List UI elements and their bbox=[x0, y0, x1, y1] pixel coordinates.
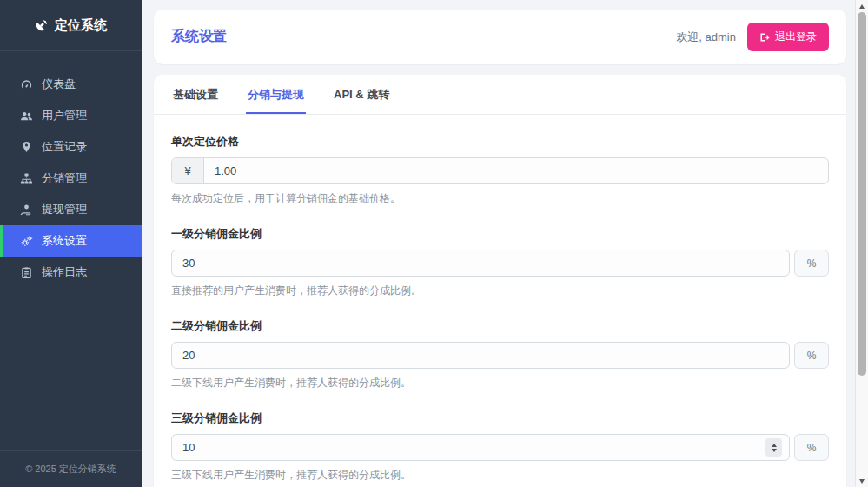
settings-card: 基础设置分销与提现API & 跳转 单次定位价格¥每次成功定位后，用于计算分销佣… bbox=[154, 75, 846, 487]
field-label: 二级分销佣金比例 bbox=[171, 318, 829, 334]
sidebar-item-3[interactable]: 分销管理 bbox=[0, 163, 142, 194]
percent-suffix: % bbox=[794, 250, 829, 277]
header-right: 欢迎, admin 退出登录 bbox=[676, 23, 829, 51]
sidebar-item-label: 位置记录 bbox=[42, 139, 87, 155]
sidebar-item-label: 操作日志 bbox=[42, 264, 87, 280]
spinner-down-icon[interactable] bbox=[772, 449, 777, 452]
input-group: ¥ bbox=[171, 157, 829, 184]
tab-0[interactable]: 基础设置 bbox=[171, 75, 220, 114]
field-input[interactable] bbox=[172, 435, 765, 460]
log-icon bbox=[19, 265, 33, 279]
sidebar-item-label: 提现管理 bbox=[42, 202, 87, 217]
input-row: % bbox=[171, 250, 829, 277]
scrollbar-up-arrow[interactable] bbox=[856, 0, 868, 12]
satellite-dish-icon bbox=[35, 19, 48, 32]
spinner-up-icon[interactable] bbox=[772, 444, 777, 447]
map-marker-icon bbox=[19, 140, 33, 154]
input-group bbox=[171, 434, 790, 461]
logout-label: 退出登录 bbox=[775, 30, 817, 44]
scrollbar-thumb[interactable] bbox=[858, 12, 866, 376]
sidebar-item-5[interactable]: 系统设置 bbox=[0, 225, 142, 257]
sidebar-item-0[interactable]: 仪表盘 bbox=[0, 69, 142, 100]
page-title: 系统设置 bbox=[171, 28, 227, 46]
field-help: 二级下线用户产生消费时，推荐人获得的分成比例。 bbox=[171, 376, 829, 390]
scrollbar-down-arrow[interactable] bbox=[856, 475, 868, 487]
form-field-3: 三级分销佣金比例%三级下线用户产生消费时，推荐人获得的分成比例。 bbox=[171, 410, 829, 483]
withdraw-icon bbox=[19, 203, 33, 217]
field-input[interactable] bbox=[172, 343, 789, 368]
page-header: 系统设置 欢迎, admin 退出登录 bbox=[154, 10, 846, 64]
input-row: % bbox=[171, 434, 829, 461]
form-field-0: 单次定位价格¥每次成功定位后，用于计算分销佣金的基础价格。 bbox=[171, 134, 829, 206]
sidebar-item-label: 仪表盘 bbox=[42, 77, 76, 92]
percent-suffix: % bbox=[794, 434, 829, 461]
gears-icon bbox=[19, 234, 33, 248]
sidebar-item-2[interactable]: 位置记录 bbox=[0, 131, 142, 163]
form-field-2: 二级分销佣金比例%二级下线用户产生消费时，推荐人获得的分成比例。 bbox=[171, 318, 829, 390]
users-icon bbox=[19, 109, 33, 123]
field-help: 三级下线用户产生消费时，推荐人获得的分成比例。 bbox=[171, 468, 829, 483]
input-group bbox=[171, 250, 790, 277]
main-area: 系统设置 欢迎, admin 退出登录 基础设置分销与提现API & 跳转 单次… bbox=[142, 0, 855, 487]
sidebar-item-label: 分销管理 bbox=[42, 170, 87, 186]
app-logo: 定位系统 bbox=[0, 0, 142, 51]
tab-1[interactable]: 分销与提现 bbox=[246, 75, 306, 114]
field-label: 三级分销佣金比例 bbox=[171, 410, 829, 426]
field-input[interactable] bbox=[172, 250, 789, 276]
field-input[interactable] bbox=[204, 158, 828, 183]
sidebar-item-1[interactable]: 用户管理 bbox=[0, 100, 142, 131]
tab-2[interactable]: API & 跳转 bbox=[332, 75, 391, 114]
logout-icon bbox=[759, 32, 770, 43]
sidebar-copyright: © 2025 定位分销系统 bbox=[0, 450, 142, 487]
field-help: 每次成功定位后，用于计算分销佣金的基础价格。 bbox=[171, 191, 829, 206]
tabs-bar: 基础设置分销与提现API & 跳转 bbox=[154, 75, 846, 115]
logout-button[interactable]: 退出登录 bbox=[747, 23, 829, 51]
percent-suffix: % bbox=[794, 342, 829, 369]
field-label: 单次定位价格 bbox=[171, 134, 829, 150]
number-spinner[interactable] bbox=[765, 438, 782, 457]
welcome-text: 欢迎, admin bbox=[676, 30, 736, 45]
sidebar: 定位系统 仪表盘用户管理位置记录分销管理提现管理系统设置操作日志 © 2025 … bbox=[0, 0, 142, 487]
sitemap-icon bbox=[19, 171, 33, 185]
input-group bbox=[171, 342, 790, 369]
sidebar-item-4[interactable]: 提现管理 bbox=[0, 194, 142, 225]
sidebar-item-label: 用户管理 bbox=[42, 108, 87, 123]
gauge-icon bbox=[19, 77, 33, 91]
currency-prefix: ¥ bbox=[172, 158, 204, 183]
input-row: % bbox=[171, 342, 829, 369]
sidebar-item-label: 系统设置 bbox=[42, 233, 87, 249]
field-label: 一级分销佣金比例 bbox=[171, 226, 829, 242]
app-title: 定位系统 bbox=[55, 17, 107, 34]
settings-form: 单次定位价格¥每次成功定位后，用于计算分销佣金的基础价格。一级分销佣金比例%直接… bbox=[154, 115, 846, 487]
sidebar-item-6[interactable]: 操作日志 bbox=[0, 257, 142, 288]
app-root: 定位系统 仪表盘用户管理位置记录分销管理提现管理系统设置操作日志 © 2025 … bbox=[0, 0, 868, 487]
page-scrollbar[interactable] bbox=[855, 0, 868, 487]
input-row: ¥ bbox=[171, 157, 829, 184]
field-help: 直接推荐的用户产生消费时，推荐人获得的分成比例。 bbox=[171, 284, 829, 298]
sidebar-menu: 仪表盘用户管理位置记录分销管理提现管理系统设置操作日志 bbox=[0, 51, 142, 450]
form-field-1: 一级分销佣金比例%直接推荐的用户产生消费时，推荐人获得的分成比例。 bbox=[171, 226, 829, 298]
